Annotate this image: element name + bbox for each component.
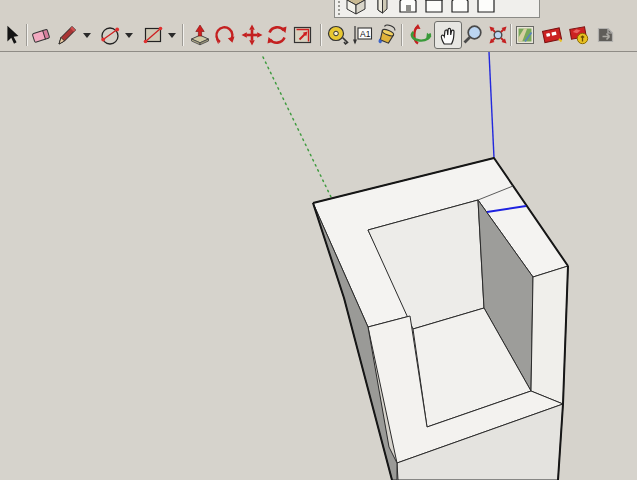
share-model-icon bbox=[567, 23, 591, 47]
arc-tool-button[interactable] bbox=[98, 22, 122, 48]
line-tool-button[interactable] bbox=[55, 22, 79, 48]
eraser-icon bbox=[30, 23, 54, 47]
toolbar-grip[interactable] bbox=[338, 0, 342, 15]
move-tool-button[interactable] bbox=[240, 22, 264, 48]
rectangle-tool-button[interactable] bbox=[141, 22, 165, 48]
svg-text:A1: A1 bbox=[360, 29, 371, 39]
eraser-tool-button[interactable] bbox=[30, 22, 54, 48]
send-to-layout-button bbox=[594, 22, 618, 48]
pencil-icon bbox=[55, 23, 79, 47]
pan-hand-icon bbox=[436, 23, 460, 47]
model-column bbox=[313, 158, 568, 480]
toolbar-separator bbox=[320, 24, 322, 46]
modeling-viewport[interactable] bbox=[0, 52, 637, 480]
paint-bucket-icon bbox=[375, 23, 399, 47]
front-view-icon bbox=[396, 0, 420, 15]
back-view-icon bbox=[448, 0, 472, 15]
rotate-icon bbox=[265, 23, 289, 47]
get-models-button[interactable] bbox=[540, 22, 564, 48]
pan-tool-button[interactable] bbox=[434, 21, 462, 49]
tape-measure-tool-button[interactable] bbox=[326, 22, 350, 48]
paint-bucket-tool-button[interactable] bbox=[375, 22, 399, 48]
view-front-button[interactable] bbox=[395, 0, 421, 15]
zoom-magnifier-icon bbox=[461, 23, 485, 47]
toolbar-separator bbox=[26, 24, 28, 46]
add-location-map-icon bbox=[513, 23, 537, 47]
push-pull-tool-button[interactable] bbox=[188, 22, 212, 48]
orbit-tool-button[interactable] bbox=[409, 22, 433, 48]
toolbar-separator bbox=[182, 24, 184, 46]
view-right-button[interactable] bbox=[421, 0, 447, 15]
select-tool-button[interactable] bbox=[0, 22, 24, 48]
sketchup-window: A1 bbox=[0, 0, 637, 480]
toolbar-separator bbox=[510, 24, 512, 46]
right-view-icon bbox=[422, 0, 446, 15]
arc-protractor-icon bbox=[98, 23, 122, 47]
tape-measure-icon bbox=[326, 23, 350, 47]
view-back-button[interactable] bbox=[447, 0, 473, 15]
zoom-tool-button[interactable] bbox=[461, 22, 485, 48]
send-to-layout-icon-disabled bbox=[594, 23, 618, 47]
select-arrow-icon bbox=[1, 24, 23, 46]
dimension-icon: A1 bbox=[350, 23, 374, 47]
line-tool-dropdown[interactable] bbox=[83, 33, 91, 38]
push-pull-icon bbox=[188, 23, 212, 47]
share-model-button[interactable] bbox=[567, 22, 591, 48]
zoom-extents-icon bbox=[486, 23, 510, 47]
model-canvas bbox=[0, 52, 637, 480]
offset-icon bbox=[291, 23, 315, 47]
add-location-button[interactable] bbox=[513, 22, 537, 48]
top-view-icon bbox=[370, 0, 394, 15]
follow-me-tool-button[interactable] bbox=[214, 22, 238, 48]
left-view-icon bbox=[474, 0, 498, 15]
rectangle-tool-dropdown[interactable] bbox=[168, 33, 176, 38]
right-arm-end-face bbox=[531, 266, 568, 404]
get-models-3d-warehouse-icon bbox=[540, 23, 564, 47]
zoom-extents-tool-button[interactable] bbox=[486, 22, 510, 48]
green-axis-dashed bbox=[263, 57, 331, 197]
iso-view-icon bbox=[344, 0, 368, 15]
orbit-icon bbox=[409, 23, 433, 47]
rotate-tool-button[interactable] bbox=[265, 22, 289, 48]
view-iso-button[interactable] bbox=[343, 0, 369, 15]
rectangle-icon bbox=[141, 23, 165, 47]
follow-me-icon bbox=[214, 23, 238, 47]
arc-tool-dropdown[interactable] bbox=[125, 33, 133, 38]
view-left-button[interactable] bbox=[473, 0, 499, 15]
toolbar-separator bbox=[401, 24, 403, 46]
view-top-button[interactable] bbox=[369, 0, 395, 15]
offset-tool-button[interactable] bbox=[291, 22, 315, 48]
blue-axis bbox=[489, 52, 494, 158]
views-toolbar bbox=[334, 0, 540, 18]
move-icon bbox=[240, 23, 264, 47]
toolbar: A1 bbox=[0, 0, 637, 52]
dimension-tool-button[interactable]: A1 bbox=[350, 22, 374, 48]
